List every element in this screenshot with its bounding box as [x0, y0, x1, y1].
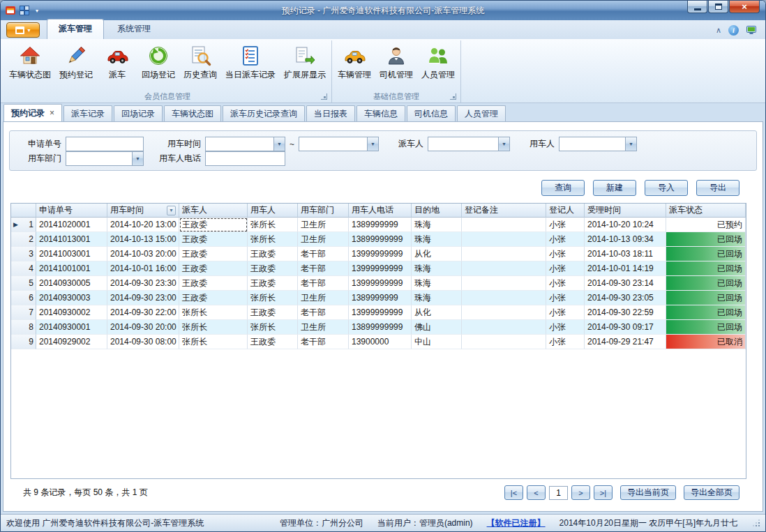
personnel-management-button[interactable]: 人员管理	[417, 42, 459, 82]
table-cell[interactable]: 2014-10-03 18:11	[585, 247, 666, 261]
table-cell[interactable]: 20141020001	[36, 218, 107, 232]
table-cell[interactable]: 2014-10-20 13:00	[107, 218, 179, 232]
table-cell[interactable]: 20140929002	[36, 335, 107, 349]
use-time-to-combo[interactable]: ▼	[299, 137, 379, 151]
export-all-pages-button[interactable]: 导出全部页	[684, 485, 739, 500]
table-row[interactable]: 8201409300012014-09-30 20:00张所长张所长卫生所138…	[11, 320, 746, 335]
table-cell[interactable]: 张所长	[248, 218, 298, 232]
table-cell[interactable]	[462, 305, 546, 320]
dispatch-status-cell[interactable]: 已取消	[666, 335, 746, 349]
table-cell[interactable]: 13999999999	[349, 305, 412, 320]
column-header[interactable]: 派车人	[179, 204, 248, 218]
table-row[interactable]: 6201409300032014-09-30 23:00王政委张所长卫生所138…	[11, 291, 746, 305]
table-row[interactable]: 3201410030012014-10-03 20:00王政委王政委老干部139…	[11, 247, 746, 261]
tab-vehicle-status-chart[interactable]: 车辆状态图	[164, 105, 221, 121]
table-cell[interactable]: 小张	[546, 247, 585, 261]
dispatch-button[interactable]: 派车	[97, 42, 137, 82]
table-cell[interactable]: 老干部	[298, 305, 349, 320]
table-cell[interactable]: 王政委	[179, 261, 248, 276]
table-cell[interactable]: 20140930001	[36, 320, 107, 335]
export-current-page-button[interactable]: 导出当前页	[620, 485, 676, 500]
vehicle-management-button[interactable]: 车辆管理	[333, 42, 375, 82]
table-cell[interactable]: 2014-09-30 23:05	[585, 291, 666, 305]
query-button[interactable]: 查询	[541, 180, 585, 196]
tab-vehicle-info[interactable]: 车辆信息	[356, 105, 405, 121]
table-cell[interactable]: 张所长	[179, 335, 248, 349]
table-cell[interactable]: 小张	[546, 261, 585, 276]
export-button[interactable]: 导出	[696, 180, 739, 196]
dispatch-status-cell[interactable]: 已回场	[666, 261, 746, 276]
table-cell[interactable]: 珠海	[412, 218, 462, 232]
column-header[interactable]: 用车人	[248, 204, 298, 218]
column-header[interactable]: 登记备注	[462, 204, 546, 218]
table-cell[interactable]: 13900000	[349, 335, 412, 349]
dispatch-status-cell[interactable]: 已预约	[666, 218, 746, 232]
table-cell[interactable]: 中山	[412, 335, 462, 349]
table-cell[interactable]: 张所长	[179, 320, 248, 335]
column-filter-icon[interactable]: ▼	[167, 206, 176, 215]
table-cell[interactable]: 王政委	[179, 232, 248, 247]
table-cell[interactable]: 张所长	[248, 320, 298, 335]
tab-reservation-records[interactable]: 预约记录×	[3, 104, 62, 121]
tab-driver-info[interactable]: 司机信息	[407, 105, 456, 121]
column-header[interactable]: 登记人	[546, 204, 585, 218]
info-icon[interactable]: i	[728, 25, 739, 36]
table-cell[interactable]: 老干部	[298, 276, 349, 291]
table-cell[interactable]: 1389999999	[349, 291, 412, 305]
table-cell[interactable]: 从化	[412, 247, 462, 261]
table-cell[interactable]	[462, 291, 546, 305]
table-cell[interactable]: 老干部	[298, 247, 349, 261]
table-cell[interactable]: 王政委	[248, 335, 298, 349]
table-cell[interactable]: 卫生所	[298, 218, 349, 232]
table-cell[interactable]: 2014-10-01 14:19	[585, 261, 666, 276]
table-cell[interactable]: 卫生所	[298, 232, 349, 247]
dialog-launcher-icon[interactable]	[450, 93, 456, 100]
table-cell[interactable]: 小张	[546, 335, 585, 349]
chevron-down-icon[interactable]: ▼	[132, 152, 143, 165]
ribbon-tab-system-management[interactable]: 系统管理	[105, 19, 163, 39]
vehicle-status-chart-button[interactable]: 车辆状态图	[5, 42, 55, 82]
table-row[interactable]: 5201409300052014-09-30 23:30王政委王政委老干部139…	[11, 276, 746, 291]
table-cell[interactable]: 20141001001	[36, 261, 107, 276]
dispatch-status-cell[interactable]: 已回场	[666, 305, 746, 320]
tab-dispatch-records[interactable]: 派车记录	[63, 105, 112, 121]
ribbon-tab-dispatch-management[interactable]: 派车管理	[47, 19, 104, 39]
column-header[interactable]: 用车时间▼	[107, 204, 179, 218]
table-cell[interactable]: 1389999999	[349, 218, 412, 232]
resize-grip[interactable]	[753, 519, 760, 526]
chevron-down-icon[interactable]: ▼	[625, 137, 636, 151]
dispatch-status-cell[interactable]: 已回场	[666, 232, 746, 247]
quick-access-caret-icon[interactable]: ▾	[36, 8, 38, 14]
column-header[interactable]: 申请单号	[36, 204, 107, 218]
table-cell[interactable]: 20140930005	[36, 276, 107, 291]
table-cell[interactable]: 卫生所	[298, 291, 349, 305]
table-cell[interactable]: 2014-09-30 22:00	[107, 305, 179, 320]
column-header[interactable]: 派车状态	[666, 204, 746, 218]
table-cell[interactable]: 张所长	[248, 291, 298, 305]
table-cell[interactable]	[462, 335, 546, 349]
page-number-input[interactable]	[549, 486, 568, 500]
table-cell[interactable]: 卫生所	[298, 320, 349, 335]
table-row[interactable]: 2201410130012014-10-13 15:00王政委张所长卫生所138…	[11, 232, 746, 247]
dispatch-status-cell[interactable]: 已回场	[666, 247, 746, 261]
table-cell[interactable]: 20141003001	[36, 247, 107, 261]
table-cell[interactable]	[462, 261, 546, 276]
table-cell[interactable]: 珠海	[412, 261, 462, 276]
collapse-ribbon-icon[interactable]: ∧	[716, 26, 721, 34]
chevron-down-icon[interactable]: ▼	[273, 137, 285, 151]
table-cell[interactable]	[462, 218, 546, 232]
column-header[interactable]: 用车部门	[298, 204, 349, 218]
tab-dispatch-history-query[interactable]: 派车历史记录查询	[223, 105, 305, 121]
table-cell[interactable]	[462, 320, 546, 335]
table-cell[interactable]: 2014-10-03 20:00	[107, 247, 179, 261]
table-cell[interactable]: 王政委	[248, 305, 298, 320]
table-cell[interactable]: 13899999999	[349, 320, 412, 335]
table-cell[interactable]: 2014-09-30 08:00	[107, 335, 179, 349]
table-cell[interactable]: 20140930003	[36, 291, 107, 305]
maximize-button[interactable]	[708, 1, 728, 13]
table-cell[interactable]: 王政委	[179, 218, 248, 232]
table-cell[interactable]: 13999999999	[349, 247, 412, 261]
use-time-from-combo[interactable]: ▼	[205, 137, 285, 151]
dispatch-status-cell[interactable]: 已回场	[666, 291, 746, 305]
import-button[interactable]: 导入	[645, 180, 688, 196]
